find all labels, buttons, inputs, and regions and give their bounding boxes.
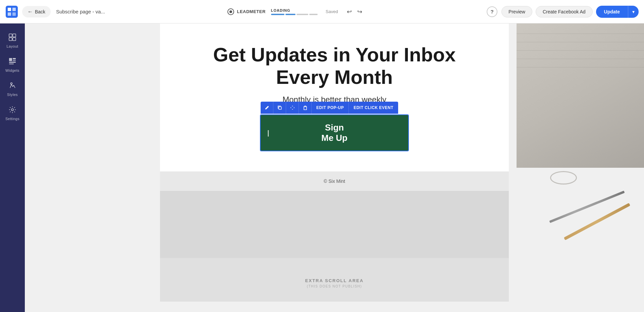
widgets-icon xyxy=(9,58,16,67)
page-title: Subscribe page - va... xyxy=(56,9,105,14)
widgets-label: Widgets xyxy=(5,68,19,72)
preview-button[interactable]: Preview xyxy=(501,6,532,17)
extra-scroll-sublabel: (THIS DOES NOT PUBLISH) xyxy=(160,284,509,288)
edit-click-event-label: EDIT CLICK EVENT xyxy=(354,105,393,110)
header-actions: Preview Create Facebook Ad Update ▾ xyxy=(501,6,639,18)
sidebar: Layout Widgets Styles xyxy=(0,23,25,312)
settings-label: Settings xyxy=(5,117,19,121)
help-icon: ? xyxy=(491,9,494,14)
facebook-ad-button[interactable]: Create Facebook Ad xyxy=(536,6,593,17)
svg-rect-5 xyxy=(9,34,12,37)
help-button[interactable]: ? xyxy=(487,6,497,17)
text-cursor-icon: | xyxy=(267,129,269,137)
svg-rect-10 xyxy=(13,58,16,59)
svg-rect-12 xyxy=(9,62,16,63)
edit-popup-label: EDIT POP-UP xyxy=(316,105,344,110)
styles-label: Styles xyxy=(7,93,18,97)
loading-section: LOADING xyxy=(271,8,318,15)
main-area: Layout Widgets Styles xyxy=(0,23,644,312)
sign-me-up-label: Sign Me Up xyxy=(321,122,347,143)
back-label: Back xyxy=(35,9,45,14)
sidebar-item-settings[interactable]: Settings xyxy=(0,101,25,125)
sidebar-item-layout[interactable]: Layout xyxy=(0,29,25,53)
svg-rect-11 xyxy=(13,60,16,61)
delete-icon-button[interactable] xyxy=(299,102,312,114)
preview-label: Preview xyxy=(508,9,525,14)
header: ← Back Subscribe page - va... LEADMETER … xyxy=(0,0,644,23)
below-page-area xyxy=(160,191,509,258)
back-arrow-icon: ← xyxy=(28,9,33,15)
layout-label: Layout xyxy=(7,44,18,48)
extra-scroll-label: EXTRA SCROLL AREA xyxy=(160,278,509,283)
copy-icon-button[interactable] xyxy=(273,102,286,114)
button-widget-container: EDIT POP-UP EDIT CLICK EVENT | Sign xyxy=(200,114,469,151)
svg-rect-8 xyxy=(13,38,16,41)
saved-status: Saved xyxy=(326,9,338,14)
canvas: Get Updates in Your Inbox Every Month Mo… xyxy=(25,23,644,312)
loading-bar-1 xyxy=(271,14,284,15)
svg-rect-7 xyxy=(9,38,12,41)
loading-bar-2 xyxy=(285,14,296,15)
leadmeter-icon xyxy=(227,8,234,15)
facebook-ad-label: Create Facebook Ad xyxy=(543,9,586,14)
move-icon-button[interactable] xyxy=(286,102,299,114)
svg-rect-13 xyxy=(9,63,14,64)
svg-rect-4 xyxy=(12,12,16,16)
svg-rect-2 xyxy=(12,8,16,11)
styles-icon xyxy=(9,82,16,91)
settings-icon xyxy=(9,106,16,115)
svg-rect-16 xyxy=(279,107,281,109)
loading-bar-4 xyxy=(309,14,318,15)
extra-scroll-area: EXTRA SCROLL AREA (THIS DOES NOT PUBLISH… xyxy=(160,258,509,302)
loading-bar-3 xyxy=(297,14,308,15)
edit-click-event-button[interactable]: EDIT CLICK EVENT xyxy=(349,102,398,114)
layout-icon xyxy=(9,34,16,43)
header-center: LEADMETER LOADING Saved ↩ ↪ xyxy=(109,7,483,17)
undo-redo-group: ↩ ↪ xyxy=(345,7,364,17)
svg-rect-1 xyxy=(8,8,11,11)
update-arrow-icon: ▾ xyxy=(632,9,635,14)
app-logo xyxy=(5,5,18,18)
loading-bars xyxy=(271,14,318,15)
svg-point-14 xyxy=(11,83,12,85)
page-heading: Get Updates in Your Inbox Every Month xyxy=(200,44,469,88)
copyright-text: © Six Mint xyxy=(324,172,345,191)
edit-popup-button[interactable]: EDIT POP-UP xyxy=(312,102,349,114)
sidebar-item-widgets[interactable]: Widgets xyxy=(0,53,25,77)
svg-rect-6 xyxy=(13,34,16,37)
update-label: Update xyxy=(604,9,620,14)
loading-label: LOADING xyxy=(271,8,290,12)
leadmeter-label: LEADMETER xyxy=(237,9,265,14)
button-selection-box: EDIT POP-UP EDIT CLICK EVENT | Sign xyxy=(260,114,409,151)
edit-icon-button[interactable] xyxy=(261,102,273,114)
back-button[interactable]: ← Back xyxy=(22,6,51,17)
update-button-group: Update ▾ xyxy=(596,6,639,18)
undo-button[interactable]: ↩ xyxy=(345,7,354,17)
leadmeter-section: LEADMETER xyxy=(227,8,265,15)
svg-rect-3 xyxy=(8,12,11,16)
update-button[interactable]: Update xyxy=(596,6,628,18)
sign-me-up-button[interactable]: | Sign Me Up xyxy=(261,115,408,151)
page-block: Get Updates in Your Inbox Every Month Mo… xyxy=(160,23,509,191)
sidebar-item-styles[interactable]: Styles xyxy=(0,77,25,101)
update-dropdown-button[interactable]: ▾ xyxy=(628,6,639,18)
button-toolbar: EDIT POP-UP EDIT CLICK EVENT xyxy=(261,102,398,114)
page-content: Get Updates in Your Inbox Every Month Mo… xyxy=(160,23,509,171)
svg-point-15 xyxy=(11,109,13,111)
svg-rect-9 xyxy=(9,58,12,61)
page-footer: © Six Mint xyxy=(160,171,509,191)
redo-button[interactable]: ↪ xyxy=(355,7,364,17)
svg-rect-0 xyxy=(6,6,18,18)
